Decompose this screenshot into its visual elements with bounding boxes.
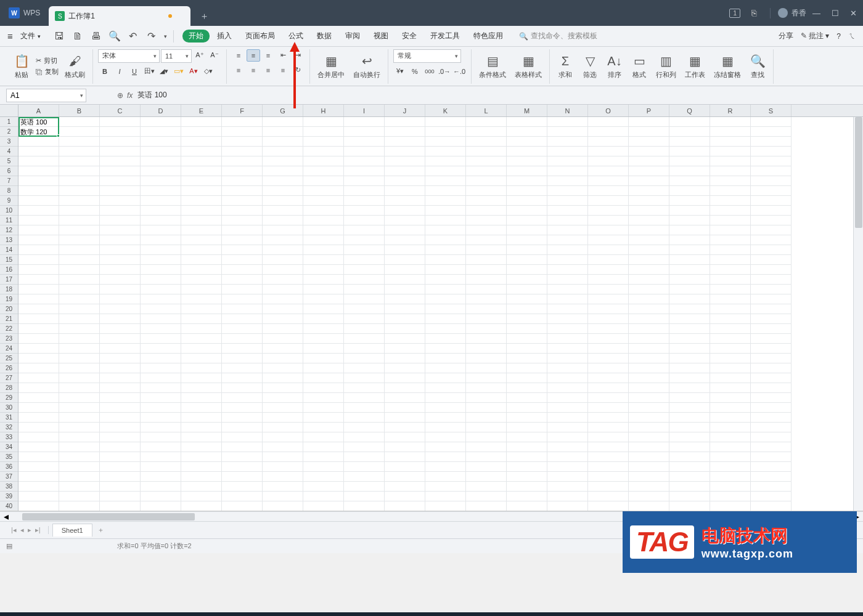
cell[interactable] (141, 304, 181, 314)
cell[interactable] (425, 383, 466, 393)
cell[interactable] (669, 156, 710, 166)
cell[interactable] (18, 294, 59, 304)
cell[interactable] (222, 393, 263, 403)
cell[interactable] (18, 413, 59, 423)
cell[interactable] (425, 452, 466, 462)
cell[interactable] (629, 334, 669, 344)
cell[interactable] (466, 462, 507, 472)
cell[interactable] (588, 501, 629, 511)
cell[interactable] (669, 166, 710, 176)
cell[interactable] (141, 147, 181, 156)
cell[interactable] (466, 166, 507, 176)
format-painter-button[interactable]: 🖌 格式刷 (62, 52, 88, 81)
v-scroll-thumb[interactable] (855, 117, 862, 228)
cell[interactable] (59, 176, 100, 186)
cell[interactable] (507, 127, 547, 137)
increase-decimal-button[interactable]: .0→ (438, 65, 451, 78)
cell[interactable] (669, 452, 710, 462)
cell[interactable] (18, 196, 59, 206)
cell[interactable] (629, 403, 669, 413)
cell[interactable] (507, 147, 547, 156)
cell[interactable] (344, 501, 385, 511)
cell[interactable] (59, 462, 100, 472)
cell[interactable] (181, 344, 222, 354)
clear-format-button[interactable]: ◇▾ (202, 65, 215, 78)
cell[interactable] (547, 501, 588, 511)
cell[interactable] (425, 176, 466, 186)
cell[interactable] (222, 147, 263, 156)
cell[interactable] (466, 275, 507, 285)
cell[interactable] (466, 186, 507, 196)
cell[interactable] (263, 275, 303, 285)
cell[interactable] (588, 432, 629, 442)
cell[interactable] (425, 147, 466, 156)
cell[interactable] (59, 492, 100, 501)
cell[interactable] (18, 344, 59, 354)
cell[interactable] (629, 225, 669, 235)
cell[interactable] (751, 147, 791, 156)
conditional-format-button[interactable]: ▤条件格式 (476, 52, 509, 81)
cell[interactable] (547, 442, 588, 452)
cell[interactable] (629, 501, 669, 511)
orientation-button[interactable]: ↻ (291, 64, 305, 76)
cell[interactable] (547, 235, 588, 245)
cell[interactable] (141, 186, 181, 196)
cell[interactable] (588, 117, 629, 127)
cell[interactable] (141, 285, 181, 294)
cell[interactable] (629, 413, 669, 423)
cell[interactable] (263, 363, 303, 373)
cell[interactable] (100, 492, 141, 501)
cell[interactable] (18, 482, 59, 492)
cell[interactable] (425, 216, 466, 225)
row-header[interactable]: 26 (0, 363, 18, 373)
command-search[interactable]: 🔍 查找命令、搜索模板 (519, 31, 597, 41)
cut-button[interactable]: ✂剪切 (36, 56, 59, 65)
cell[interactable] (59, 304, 100, 314)
cell[interactable] (507, 216, 547, 225)
cell[interactable] (344, 462, 385, 472)
cell[interactable] (385, 383, 425, 393)
cell[interactable] (263, 285, 303, 294)
row-header[interactable]: 21 (0, 314, 18, 324)
first-sheet-icon[interactable]: |◂ (11, 526, 17, 534)
cell[interactable] (344, 137, 385, 147)
column-header[interactable]: E (181, 105, 222, 116)
increase-indent-button[interactable]: ⇥ (291, 49, 305, 62)
cell[interactable] (303, 216, 344, 225)
cell[interactable] (588, 265, 629, 275)
comment-button[interactable]: ✎ 批注 ▾ (801, 31, 830, 41)
border-button[interactable]: 田▾ (142, 65, 156, 78)
cell[interactable] (344, 127, 385, 137)
cell[interactable] (385, 314, 425, 324)
cell[interactable] (507, 196, 547, 206)
cell[interactable] (18, 265, 59, 275)
cell[interactable] (59, 452, 100, 462)
cell[interactable] (181, 294, 222, 304)
cell[interactable] (18, 393, 59, 403)
cell[interactable] (629, 393, 669, 403)
increase-font-button[interactable]: A⁺ (193, 49, 207, 62)
cell[interactable] (507, 176, 547, 186)
cell[interactable] (385, 235, 425, 245)
percent-button[interactable]: % (408, 65, 422, 78)
cell[interactable] (751, 393, 791, 403)
row-header[interactable]: 40 (0, 501, 18, 511)
cell[interactable] (547, 117, 588, 127)
align-bottom-button[interactable]: ≡ (261, 49, 275, 62)
cell[interactable] (59, 432, 100, 442)
cell[interactable] (181, 196, 222, 206)
cell[interactable] (344, 255, 385, 265)
cell[interactable] (141, 245, 181, 255)
qat-dropdown-icon[interactable]: ▾ (164, 33, 167, 39)
row-header[interactable]: 35 (0, 452, 18, 462)
cell[interactable] (466, 137, 507, 147)
cell[interactable] (629, 245, 669, 255)
formula-input[interactable] (136, 90, 444, 101)
cell[interactable] (629, 472, 669, 482)
cell[interactable] (385, 501, 425, 511)
cell[interactable] (141, 492, 181, 501)
help-icon[interactable]: ? (836, 32, 841, 41)
cell[interactable] (751, 501, 791, 511)
cell[interactable] (18, 137, 59, 147)
cell[interactable] (629, 344, 669, 354)
